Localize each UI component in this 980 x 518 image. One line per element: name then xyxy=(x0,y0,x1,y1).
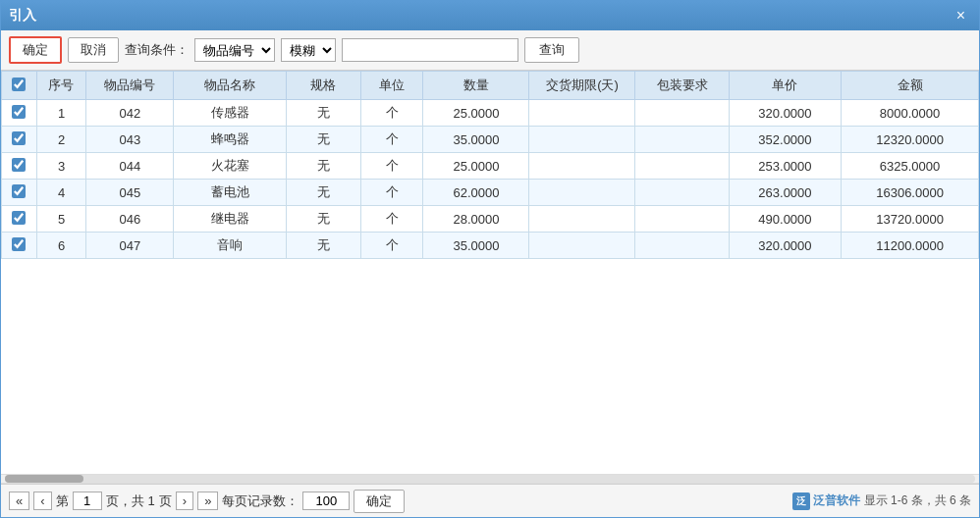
page-prefix: 第 xyxy=(56,492,69,510)
total-pages: 1 xyxy=(148,493,155,508)
confirm-button[interactable]: 确定 xyxy=(9,36,62,64)
row-seq: 3 xyxy=(36,153,86,180)
row-qty: 35.0000 xyxy=(423,127,529,153)
row-code: 047 xyxy=(86,233,174,259)
row-qty: 62.0000 xyxy=(423,180,529,206)
data-table: 序号 物品编号 物品名称 规格 单位 数量 交货期限(天) 包装要求 单价 金额… xyxy=(1,71,979,259)
horizontal-scrollbar[interactable] xyxy=(1,474,979,484)
row-spec: 无 xyxy=(286,206,360,233)
row-name: 火花塞 xyxy=(174,153,286,180)
row-name: 传感器 xyxy=(174,100,286,127)
records-per-page-input[interactable] xyxy=(302,492,350,510)
status-area: 泛 泛普软件 显示 1-6 条，共 6 条 xyxy=(792,492,971,510)
prev-page-button[interactable]: ‹ xyxy=(33,492,51,510)
row-amount: 8000.0000 xyxy=(842,100,979,127)
scrollbar-thumb[interactable] xyxy=(5,475,83,483)
scrollbar-track xyxy=(5,475,975,483)
query-button[interactable]: 查询 xyxy=(524,37,579,63)
table-row: 6 047 音响 无 个 35.0000 320.0000 11200.0000 xyxy=(2,233,979,259)
row-checkbox[interactable] xyxy=(12,131,26,145)
row-checkbox[interactable] xyxy=(12,158,26,172)
row-spec: 无 xyxy=(286,233,360,259)
toolbar: 确定 取消 查询条件： 物品编号 物品名称 规格 模糊 精确 查询 xyxy=(1,30,979,71)
row-packing xyxy=(635,153,729,180)
table-row: 3 044 火花塞 无 个 25.0000 253.0000 6325.0000 xyxy=(2,153,979,180)
row-code: 044 xyxy=(86,153,174,180)
row-checkbox[interactable] xyxy=(12,237,26,251)
pagination: « ‹ 第 页，共 1 页 › » 每页记录数： 确定 xyxy=(9,490,405,513)
row-name: 蜂鸣器 xyxy=(174,127,286,153)
row-delivery xyxy=(529,153,635,180)
first-page-button[interactable]: « xyxy=(9,492,29,510)
row-delivery xyxy=(529,100,635,127)
row-unit: 个 xyxy=(360,206,423,233)
row-checkbox[interactable] xyxy=(12,184,26,198)
header-amount: 金额 xyxy=(842,72,979,100)
row-seq: 5 xyxy=(36,206,86,233)
row-checkbox-cell xyxy=(2,206,37,233)
header-code: 物品编号 xyxy=(86,72,174,100)
search-input[interactable] xyxy=(342,38,518,62)
table-row: 1 042 传感器 无 个 25.0000 320.0000 8000.0000 xyxy=(2,100,979,127)
select-all-checkbox[interactable] xyxy=(12,78,26,91)
row-unit: 个 xyxy=(360,180,423,206)
row-unit: 个 xyxy=(360,233,423,259)
title-bar: 引入 × xyxy=(1,1,979,30)
row-checkbox-cell xyxy=(2,127,37,153)
header-price: 单价 xyxy=(729,72,841,100)
cancel-button[interactable]: 取消 xyxy=(68,37,119,63)
row-seq: 4 xyxy=(36,180,86,206)
table-header-row: 序号 物品编号 物品名称 规格 单位 数量 交货期限(天) 包装要求 单价 金额 xyxy=(2,72,979,100)
import-dialog: 引入 × 确定 取消 查询条件： 物品编号 物品名称 规格 模糊 精确 查询 xyxy=(0,0,980,518)
row-delivery xyxy=(529,180,635,206)
dialog-title: 引入 xyxy=(9,7,36,25)
row-spec: 无 xyxy=(286,180,360,206)
header-delivery: 交货期限(天) xyxy=(529,72,635,100)
records-per-page-label: 每页记录数： xyxy=(222,492,299,510)
status-text: 显示 1-6 条，共 6 条 xyxy=(864,492,971,509)
row-seq: 2 xyxy=(36,127,86,153)
row-seq: 6 xyxy=(36,233,86,259)
table-body: 1 042 传感器 无 个 25.0000 320.0000 8000.0000… xyxy=(2,100,979,259)
row-spec: 无 xyxy=(286,127,360,153)
row-checkbox-cell xyxy=(2,180,37,206)
row-amount: 16306.0000 xyxy=(842,180,979,206)
row-amount: 11200.0000 xyxy=(842,233,979,259)
row-spec: 无 xyxy=(286,100,360,127)
last-page-button[interactable]: » xyxy=(197,492,218,510)
row-qty: 35.0000 xyxy=(423,233,529,259)
bottom-confirm-button[interactable]: 确定 xyxy=(354,490,405,513)
row-price: 490.0000 xyxy=(729,206,841,233)
match-select[interactable]: 模糊 精确 xyxy=(281,38,336,62)
total-pages-suffix: 页 xyxy=(159,492,172,510)
header-seq: 序号 xyxy=(36,72,86,100)
brand-icon-text: 泛 xyxy=(796,494,806,508)
row-delivery xyxy=(529,127,635,153)
page-suffix: 页，共 xyxy=(106,492,144,510)
brand-name: 泛普软件 xyxy=(813,492,860,509)
row-checkbox-cell xyxy=(2,100,37,127)
header-name: 物品名称 xyxy=(174,72,286,100)
row-checkbox[interactable] xyxy=(12,105,26,119)
row-packing xyxy=(635,100,729,127)
row-name: 蓄电池 xyxy=(174,180,286,206)
page-number-input[interactable] xyxy=(73,492,102,510)
row-spec: 无 xyxy=(286,153,360,180)
row-packing xyxy=(635,233,729,259)
row-checkbox[interactable] xyxy=(12,211,26,225)
next-page-button[interactable]: › xyxy=(176,492,193,510)
row-delivery xyxy=(529,233,635,259)
row-code: 042 xyxy=(86,100,174,127)
row-checkbox-cell xyxy=(2,233,37,259)
table-area: 序号 物品编号 物品名称 规格 单位 数量 交货期限(天) 包装要求 单价 金额… xyxy=(1,71,979,474)
row-amount: 12320.0000 xyxy=(842,127,979,153)
row-name: 继电器 xyxy=(174,206,286,233)
row-price: 320.0000 xyxy=(729,233,841,259)
header-qty: 数量 xyxy=(423,72,529,100)
header-packing: 包装要求 xyxy=(635,72,729,100)
close-button[interactable]: × xyxy=(951,5,971,26)
row-amount: 13720.0000 xyxy=(842,206,979,233)
row-name: 音响 xyxy=(174,233,286,259)
field-select[interactable]: 物品编号 物品名称 规格 xyxy=(194,38,275,62)
row-price: 263.0000 xyxy=(729,180,841,206)
